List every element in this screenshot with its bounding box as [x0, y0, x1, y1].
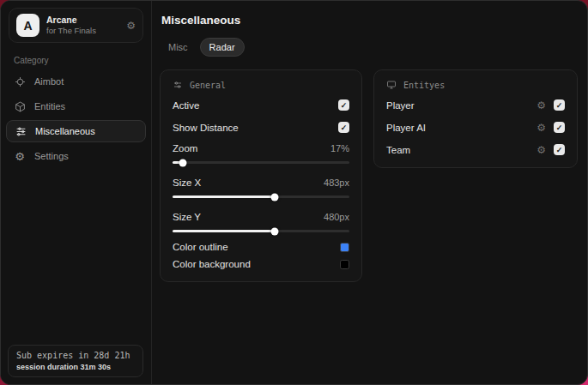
entity-player-checkbox[interactable] [554, 99, 565, 111]
show-distance-label: Show Distance [173, 123, 239, 133]
sidebar-item-miscellaneous[interactable]: Miscellaneous [6, 120, 146, 142]
app-window: A Arcane for The Finals ⚙ Category Aimbo… [0, 0, 588, 385]
app-subtitle: for The Finals [46, 26, 119, 36]
entity-row-team: Team ⚙ [386, 144, 565, 155]
sub-expiry-text: Sub expires in 28d 21h [16, 351, 135, 360]
gear-icon: ⚙ [14, 150, 26, 162]
entity-player-ai-checkbox[interactable] [554, 122, 565, 133]
tab-radar[interactable]: Radar [200, 38, 245, 57]
main-content: Miscellaneous Misc Radar General Active … [152, 1, 588, 384]
sidebar-item-label: Entities [34, 101, 65, 111]
size-y-label: Size Y [173, 212, 201, 222]
app-meta: Arcane for The Finals [46, 15, 119, 36]
size-x-value: 483px [324, 177, 349, 188]
sidebar-nav: Aimbot Entities Miscellaneous ⚙ Settings [1, 70, 151, 167]
sidebar-item-settings[interactable]: ⚙ Settings [1, 145, 151, 167]
app-title: Arcane [46, 15, 119, 26]
sidebar: A Arcane for The Finals ⚙ Category Aimbo… [1, 1, 152, 384]
sidebar-item-aimbot[interactable]: Aimbot [1, 70, 151, 93]
entities-panel-title: Entityes [403, 81, 445, 90]
general-panel-header: General [173, 80, 349, 90]
size-y-slider-thumb[interactable] [271, 227, 279, 235]
gear-icon[interactable]: ⚙ [536, 123, 546, 133]
show-distance-checkbox[interactable] [338, 122, 349, 133]
sliders-icon [173, 80, 183, 90]
active-label: Active [173, 100, 199, 111]
gear-icon[interactable]: ⚙ [126, 20, 136, 32]
sidebar-item-label: Settings [34, 151, 69, 161]
page-title: Miscellaneous [160, 14, 578, 27]
entities-panel: Entityes Player ⚙ Player AI ⚙ [373, 69, 578, 168]
sidebar-item-label: Aimbot [34, 76, 64, 87]
panels-row: General Active Show Distance Zoom 17% [160, 69, 578, 282]
color-outline-label: Color outline [173, 242, 228, 252]
gear-icon[interactable]: ⚙ [536, 145, 546, 155]
entity-row-player: Player ⚙ [386, 99, 565, 111]
cube-icon [14, 100, 26, 112]
color-background-swatch[interactable] [340, 260, 349, 269]
size-x-label: Size X [173, 177, 201, 188]
color-background-label: Color background [173, 259, 251, 269]
color-outline-swatch[interactable] [340, 243, 349, 252]
entity-label: Player [386, 100, 415, 111]
app-logo: A [16, 14, 39, 37]
general-panel-title: General [190, 81, 226, 90]
active-row: Active [173, 99, 349, 111]
entity-team-checkbox[interactable] [554, 144, 565, 155]
sidebar-item-label: Miscellaneous [35, 126, 95, 136]
show-distance-row: Show Distance [173, 122, 349, 133]
entity-row-player-ai: Player AI ⚙ [386, 122, 565, 133]
sliders-icon [15, 125, 27, 137]
app-header-card: A Arcane for The Finals ⚙ [9, 8, 143, 43]
size-y-value: 480px [324, 212, 349, 222]
gear-icon[interactable]: ⚙ [536, 100, 546, 111]
zoom-value: 17% [330, 143, 349, 153]
size-y-slider-fill [173, 230, 275, 232]
entity-label: Player AI [386, 123, 426, 133]
sidebar-item-entities[interactable]: Entities [1, 95, 151, 117]
size-y-slider-group: Size Y 480px [173, 212, 349, 232]
crosshair-icon [14, 75, 26, 87]
zoom-slider[interactable] [173, 161, 349, 164]
session-duration-text: session duration 31m 30s [16, 363, 135, 371]
entity-label: Team [386, 145, 410, 155]
size-x-slider[interactable] [173, 196, 349, 198]
size-y-slider[interactable] [173, 230, 349, 232]
tab-misc[interactable]: Misc [160, 39, 197, 56]
category-label: Category [14, 56, 151, 65]
general-panel: General Active Show Distance Zoom 17% [160, 69, 362, 282]
size-x-slider-fill [173, 196, 275, 198]
subscription-card: Sub expires in 28d 21h session duration … [8, 345, 143, 377]
color-outline-row: Color outline [173, 242, 349, 252]
size-x-slider-group: Size X 483px [173, 177, 349, 198]
zoom-label: Zoom [173, 143, 197, 153]
color-background-row: Color background [173, 259, 349, 269]
zoom-slider-thumb[interactable] [179, 159, 187, 166]
zoom-slider-group: Zoom 17% [173, 143, 349, 164]
entities-panel-header: Entityes [386, 80, 565, 90]
active-checkbox[interactable] [338, 99, 349, 111]
size-x-slider-thumb[interactable] [271, 193, 279, 201]
monitor-icon [386, 80, 397, 90]
tab-bar: Misc Radar [160, 38, 578, 57]
